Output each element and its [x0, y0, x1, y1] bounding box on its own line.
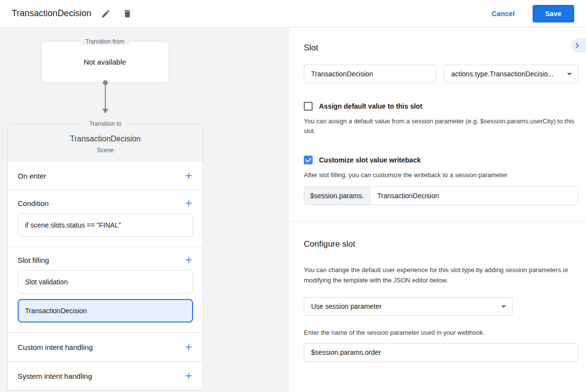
condition-item[interactable]: if scene.slots.status == "FINAL": [18, 213, 193, 237]
panel-divider: [289, 221, 586, 222]
plus-icon: +: [185, 196, 192, 209]
page-title: TransactionDecision: [12, 8, 91, 19]
system-intent-label: System intent handling: [18, 372, 92, 380]
assign-default-label[interactable]: Assign default value to this slot: [319, 102, 422, 110]
slot-config-method-select[interactable]: Use session parameter: [304, 297, 513, 316]
pencil-icon: [101, 9, 111, 19]
trash-icon: [122, 9, 132, 19]
collapse-panel-button[interactable]: [571, 38, 586, 53]
save-button[interactable]: Save: [533, 5, 575, 23]
assign-default-checkbox[interactable]: [304, 102, 313, 111]
add-slot-button[interactable]: +: [184, 255, 193, 265]
writeback-label[interactable]: Customize slot value writeback: [319, 156, 421, 164]
slot-name-input[interactable]: [304, 65, 436, 83]
on-enter-section: On enter +: [8, 161, 203, 190]
session-param-input[interactable]: [304, 343, 578, 362]
writeback-param-prefix: $session.params.: [304, 187, 370, 205]
slot-item-validation[interactable]: Slot validation: [18, 270, 193, 294]
session-param-label: Enter the name of the session parameter …: [304, 329, 578, 336]
scene-card-header[interactable]: TransactionDecision Scene: [8, 124, 203, 161]
plus-icon: +: [185, 253, 192, 266]
add-system-intent-button[interactable]: +: [184, 371, 193, 381]
connector-line: [105, 83, 106, 110]
scene-card-title: TransactionDecision: [16, 135, 195, 143]
plus-icon: +: [185, 340, 192, 353]
cancel-button[interactable]: Cancel: [488, 6, 518, 22]
assign-default-description: You can assign a default value from a se…: [304, 116, 578, 136]
plus-icon: +: [185, 369, 192, 382]
transition-from-content: Not available: [41, 42, 169, 82]
transition-to-card: Transition to TransactionDecision Scene …: [7, 123, 203, 391]
slot-type-select[interactable]: actions.type.TransactionDecisio...: [444, 65, 578, 83]
condition-label: Condition: [18, 199, 49, 208]
writeback-param-input[interactable]: [370, 187, 578, 205]
custom-intent-label: Custom intent handling: [18, 343, 93, 351]
slot-type-value: actions.type.TransactionDecisio...: [451, 70, 554, 78]
transition-from-box: Transition from Not available: [41, 41, 169, 83]
slot-detail-panel: Slot actions.type.TransactionDecisio... …: [289, 27, 586, 392]
delete-scene-button[interactable]: [121, 7, 134, 21]
connector-arrowhead-icon: [102, 109, 108, 114]
transition-to-legend: Transition to: [84, 120, 126, 128]
on-enter-label: On enter: [18, 172, 46, 180]
slot-heading: Slot: [304, 43, 578, 53]
slot-filling-label: Slot filling: [18, 256, 49, 264]
configure-slot-heading: Configure slot: [304, 239, 578, 249]
slot-config-method-value: Use session parameter: [311, 302, 382, 310]
system-intent-section: System intent handling +: [8, 361, 203, 390]
scene-diagram-panel: Transition from Not available Transition…: [0, 27, 289, 392]
writeback-param-group: $session.params.: [304, 186, 578, 205]
topbar: TransactionDecision Cancel Save: [0, 0, 586, 27]
slot-filling-section: Slot filling + Slot validation Transacti…: [8, 247, 203, 332]
edit-scene-button[interactable]: [99, 7, 113, 21]
transition-from-legend: Transition from: [80, 38, 129, 46]
plus-icon: +: [185, 169, 192, 182]
chevron-right-icon: [572, 40, 583, 51]
caret-down-icon: [567, 73, 572, 75]
slot-item-transaction-decision[interactable]: TransactionDecision: [18, 299, 193, 323]
add-on-enter-button[interactable]: +: [184, 171, 193, 181]
add-condition-button[interactable]: +: [184, 198, 193, 208]
writeback-checkbox[interactable]: [304, 156, 313, 164]
writeback-description: After slot filling, you can customize th…: [304, 170, 578, 180]
scene-card-subtitle: Scene: [16, 147, 195, 154]
add-custom-intent-button[interactable]: +: [184, 342, 193, 352]
configure-slot-description: You can change the default user experien…: [304, 265, 578, 286]
condition-section: Condition + if scene.slots.status == "FI…: [8, 190, 203, 247]
caret-down-icon: [501, 305, 506, 308]
custom-intent-section: Custom intent handling +: [8, 332, 203, 361]
